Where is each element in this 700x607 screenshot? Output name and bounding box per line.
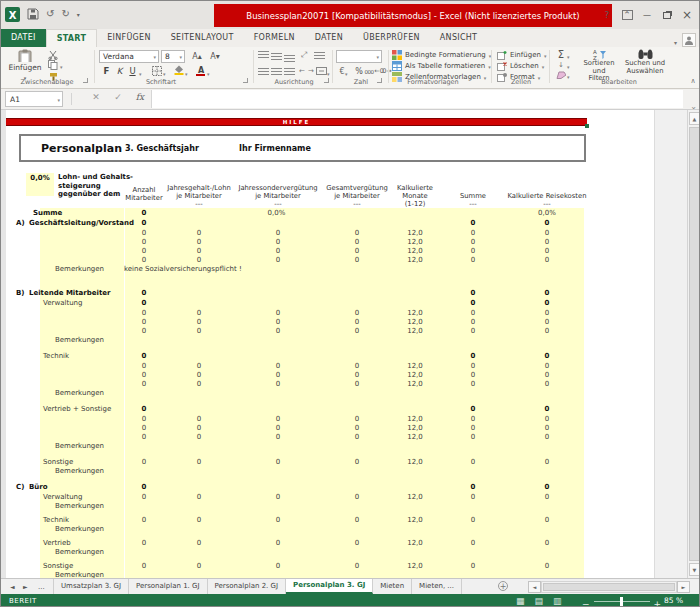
cell-anzahl[interactable]: 0 [125,237,163,246]
cell-jahresgehalt[interactable] [174,547,224,556]
copy-dropdown-icon[interactable] [60,62,63,71]
cell-gesamtvergutung[interactable] [332,218,382,228]
cell-anzahl[interactable]: 0 [125,404,163,414]
cell-sondervergutung[interactable] [253,475,303,482]
cell-summe[interactable]: 0 [448,423,498,432]
zoom-level[interactable]: 85 % [664,594,683,607]
cell-reisekosten[interactable]: 0 [510,492,584,501]
cell-summe[interactable] [448,388,498,397]
cell-monate[interactable] [393,298,437,308]
cell-sondervergutung[interactable]: 0 [253,308,303,317]
format-as-table-button[interactable]: Als Tabelle formatieren [392,61,491,71]
cell-gesamtvergutung[interactable]: 0 [332,370,382,379]
cell-sondervergutung[interactable] [253,281,303,288]
cell-reisekosten[interactable]: 0 [510,423,584,432]
cell-jahresgehalt[interactable]: 0 [174,457,224,466]
cell-jahresgehalt[interactable] [174,570,224,578]
save-icon[interactable] [27,8,39,20]
cell-jahresgehalt[interactable] [174,524,224,533]
cell-monate[interactable] [393,208,437,218]
cell-jahresgehalt[interactable] [174,397,224,404]
cell-reisekosten[interactable] [510,501,584,510]
cell-jahresgehalt[interactable]: 0 [174,326,224,335]
cell-sondervergutung[interactable]: 0 [253,457,303,466]
cell-reisekosten[interactable] [510,344,584,351]
cell-gesamtvergutung[interactable]: 0 [332,246,382,255]
cell-reisekosten[interactable] [510,273,584,281]
formula-input[interactable] [151,90,683,108]
cell-summe[interactable]: 0 [448,326,498,335]
ribbon-tab[interactable]: DATEI [1,29,46,47]
cell-summe[interactable]: 0 [448,228,498,237]
cell-gesamtvergutung[interactable] [332,524,382,533]
zoom-out-icon[interactable] [582,592,590,607]
cell-anzahl[interactable] [125,570,163,578]
cell-summe[interactable]: 0 [448,298,498,308]
cell-gesamtvergutung[interactable]: 0 [332,228,382,237]
help-button[interactable]: ? [599,7,615,23]
cell-summe[interactable] [448,344,498,351]
cell-sondervergutung[interactable]: 0 [253,492,303,501]
grow-font-button[interactable]: A▴ [191,51,203,61]
cell-summe[interactable]: 0 [448,414,498,423]
tabs-scroll-right-icon[interactable] [23,579,28,594]
horizontal-scroll-thumb[interactable] [543,583,675,591]
conditional-formatting-button[interactable]: Bedingte Formatierung [392,50,491,60]
cell-reisekosten[interactable]: 0 [510,288,584,298]
cell-summe[interactable]: 0 [448,492,498,501]
cell-gesamtvergutung[interactable] [332,482,382,492]
cell-summe[interactable] [448,501,498,510]
cell-summe[interactable] [448,466,498,475]
cell-monate[interactable]: 12,0 [393,237,437,246]
cell-jahresgehalt[interactable] [174,404,224,414]
fill-color-icon[interactable] [173,65,185,75]
cell-anzahl[interactable]: 0 [125,361,163,370]
cell-summe[interactable]: 0 [448,237,498,246]
cell-jahresgehalt[interactable] [174,273,224,281]
redo-icon[interactable]: ↻ [61,6,69,22]
cell-gesamtvergutung[interactable] [332,351,382,361]
cell-reisekosten[interactable]: 0 [510,515,584,524]
clear-dropdown-icon[interactable] [567,72,570,81]
align-left-icon[interactable] [258,68,269,75]
sheet-tab[interactable]: Umsatzplan 3. GJ [53,579,129,594]
cell-anzahl[interactable]: 0 [125,457,163,466]
cell-reisekosten[interactable] [510,264,584,273]
cell-jahresgehalt[interactable] [174,264,224,273]
cell-summe[interactable]: 0 [448,308,498,317]
cell-sondervergutung[interactable] [253,466,303,475]
cell-gesamtvergutung[interactable]: 0 [332,361,382,370]
cell-monate[interactable]: 12,0 [393,228,437,237]
ribbon-display-options-icon[interactable] [619,7,635,23]
cell-anzahl[interactable] [125,450,163,457]
cell-anzahl[interactable] [125,524,163,533]
fill-color-dropdown-icon[interactable] [185,69,188,78]
cell-reisekosten[interactable]: 0 [510,218,584,228]
merge-center-icon[interactable] [315,66,327,76]
cell-gesamtvergutung[interactable]: 0 [332,326,382,335]
cell-sondervergutung[interactable]: 0 [253,515,303,524]
cell-reisekosten[interactable]: 0 [510,237,584,246]
cell-anzahl[interactable]: 0 [125,515,163,524]
ribbon-tab[interactable]: DATEN [305,29,353,47]
cell-summe[interactable] [448,264,498,273]
cell-anzahl[interactable]: 0 [125,538,163,547]
find-select-button[interactable]: Suchen und Auswählen [623,48,667,75]
clipboard-dialog-launcher-icon[interactable] [83,78,88,83]
cell-gesamtvergutung[interactable]: 0 [332,423,382,432]
font-color-dropdown-icon[interactable] [207,69,210,78]
cell-summe[interactable]: 0 [448,404,498,414]
cell-sondervergutung[interactable] [253,388,303,397]
cell-gesamtvergutung[interactable]: 0 [332,237,382,246]
cell-sondervergutung[interactable]: 0 [253,237,303,246]
cell-summe[interactable]: 0 [448,482,498,492]
cell-summe[interactable]: 0 [448,317,498,326]
cell-jahresgehalt[interactable] [174,388,224,397]
cell-sondervergutung[interactable] [253,524,303,533]
restore-button[interactable] [659,7,675,23]
cell-jahresgehalt[interactable] [174,288,224,298]
cell-gesamtvergutung[interactable]: 0 [332,414,382,423]
autosum-dropdown-icon[interactable] [567,52,570,61]
cell-reisekosten[interactable]: 0 [510,414,584,423]
cell-reisekosten[interactable] [510,388,584,397]
